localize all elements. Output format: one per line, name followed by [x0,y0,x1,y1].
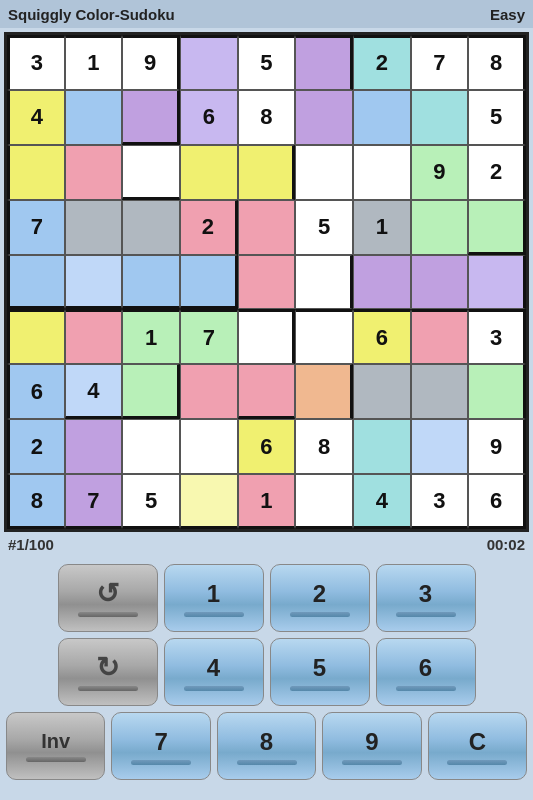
table-row[interactable] [295,90,353,145]
table-row[interactable] [468,364,526,419]
table-row[interactable] [238,200,296,255]
table-row[interactable] [468,200,526,255]
table-row[interactable] [180,364,238,419]
table-row[interactable]: 9 [468,419,526,474]
table-row[interactable]: 5 [295,200,353,255]
table-row[interactable] [65,90,123,145]
table-row[interactable]: 7 [65,474,123,529]
table-row[interactable]: 2 [180,200,238,255]
table-row[interactable]: 3 [7,35,65,90]
table-row[interactable] [353,90,411,145]
btn-row-1: ↺ 1 2 3 [6,564,527,632]
table-row[interactable]: 8 [468,35,526,90]
table-row[interactable]: 5 [468,90,526,145]
table-row[interactable]: 4 [7,90,65,145]
table-row[interactable]: 5 [122,474,180,529]
table-row[interactable] [295,364,353,419]
table-row[interactable]: 2 [7,419,65,474]
table-row[interactable]: 3 [468,309,526,364]
num-1-button[interactable]: 1 [164,564,264,632]
table-row[interactable] [411,309,469,364]
table-row[interactable]: 6 [180,90,238,145]
num-3-label: 3 [419,580,432,608]
table-row[interactable] [180,35,238,90]
num-9-button[interactable]: 9 [322,712,421,780]
table-row[interactable] [122,364,180,419]
table-row[interactable] [180,474,238,529]
table-row[interactable]: 6 [468,474,526,529]
num-6-button[interactable]: 6 [376,638,476,706]
table-row[interactable]: 2 [468,145,526,200]
table-row[interactable] [295,255,353,310]
table-row[interactable]: 6 [7,364,65,419]
table-row[interactable] [238,364,296,419]
table-row[interactable]: 6 [353,309,411,364]
num-3-button[interactable]: 3 [376,564,476,632]
table-row[interactable]: 4 [353,474,411,529]
table-row[interactable]: 5 [238,35,296,90]
grid-container: 3195278468592725117636426898751436 [0,28,533,532]
table-row[interactable] [7,309,65,364]
table-row[interactable] [122,419,180,474]
table-row[interactable]: 2 [353,35,411,90]
table-row[interactable]: 9 [122,35,180,90]
num-4-button[interactable]: 4 [164,638,264,706]
table-row[interactable]: 1 [65,35,123,90]
table-row[interactable]: 4 [65,364,123,419]
table-row[interactable]: 1 [238,474,296,529]
table-row[interactable]: 3 [411,474,469,529]
table-row[interactable] [65,255,123,310]
table-row[interactable] [411,200,469,255]
num-2-button[interactable]: 2 [270,564,370,632]
difficulty-label: Easy [490,6,525,23]
num-5-button[interactable]: 5 [270,638,370,706]
table-row[interactable] [180,255,238,310]
table-row[interactable]: 1 [353,200,411,255]
table-row[interactable] [65,145,123,200]
table-row[interactable]: 7 [7,200,65,255]
table-row[interactable] [65,309,123,364]
table-row[interactable] [238,255,296,310]
table-row[interactable] [7,145,65,200]
redo-button[interactable]: ↻ [58,638,158,706]
table-row[interactable] [122,255,180,310]
table-row[interactable]: 9 [411,145,469,200]
num-3-line [396,612,456,617]
table-row[interactable] [238,145,296,200]
table-row[interactable] [238,309,296,364]
table-row[interactable] [411,90,469,145]
table-row[interactable]: 7 [180,309,238,364]
table-row[interactable] [295,35,353,90]
table-row[interactable]: 1 [122,309,180,364]
table-row[interactable] [7,255,65,310]
table-row[interactable] [295,145,353,200]
num-7-button[interactable]: 7 [111,712,210,780]
table-row[interactable] [353,364,411,419]
table-row[interactable] [295,309,353,364]
clear-button[interactable]: C [428,712,527,780]
table-row[interactable] [411,419,469,474]
table-row[interactable] [65,200,123,255]
table-row[interactable] [295,474,353,529]
table-row[interactable] [180,145,238,200]
table-row[interactable] [353,255,411,310]
table-row[interactable]: 8 [295,419,353,474]
table-row[interactable] [411,255,469,310]
table-row[interactable]: 7 [411,35,469,90]
num-8-button[interactable]: 8 [217,712,316,780]
table-row[interactable]: 8 [7,474,65,529]
table-row[interactable] [353,145,411,200]
table-row[interactable] [180,419,238,474]
num-2-label: 2 [313,580,326,608]
table-row[interactable]: 6 [238,419,296,474]
table-row[interactable] [122,90,180,145]
undo-button[interactable]: ↺ [58,564,158,632]
table-row[interactable]: 8 [238,90,296,145]
table-row[interactable] [353,419,411,474]
table-row[interactable] [122,200,180,255]
table-row[interactable] [122,145,180,200]
inv-button[interactable]: Inv [6,712,105,780]
table-row[interactable] [65,419,123,474]
table-row[interactable] [468,255,526,310]
table-row[interactable] [411,364,469,419]
